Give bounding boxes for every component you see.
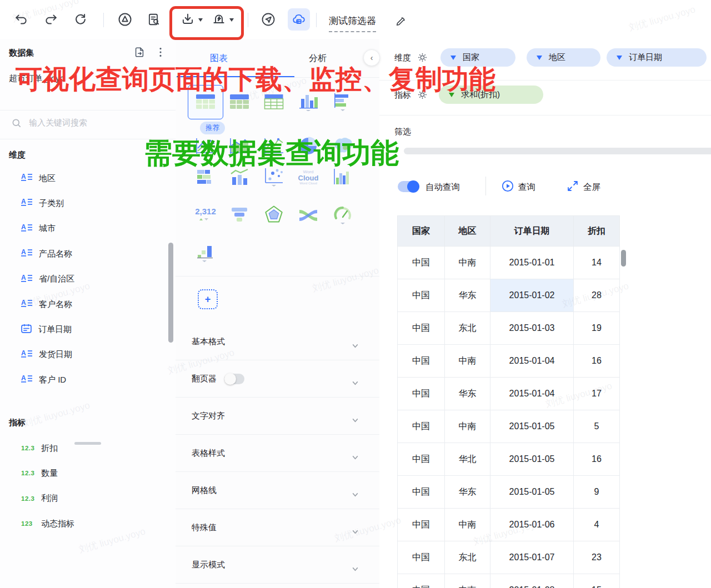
sidebar-scrollbar[interactable] bbox=[168, 243, 173, 343]
table-cell[interactable]: 16 bbox=[574, 443, 620, 476]
pager-toggle[interactable] bbox=[224, 374, 244, 384]
table-cell[interactable]: 2015-01-04 bbox=[490, 378, 574, 410]
chip-dropdown-icon[interactable] bbox=[617, 56, 622, 60]
compass-icon[interactable] bbox=[117, 12, 133, 27]
edit-title-icon[interactable] bbox=[393, 13, 409, 29]
dimension-chip[interactable]: 订单日期 bbox=[607, 48, 707, 67]
format-section-4[interactable]: 表格样式 bbox=[176, 435, 379, 472]
chip-dropdown-icon[interactable] bbox=[537, 56, 542, 60]
more-options-icon[interactable] bbox=[154, 46, 167, 61]
dimension-chip[interactable]: 地区 bbox=[527, 48, 600, 67]
table-cell[interactable]: 中国 bbox=[398, 509, 445, 541]
table-cell[interactable]: 5 bbox=[574, 410, 620, 443]
sidebar-dimension-item[interactable]: A省/自治区 bbox=[21, 271, 74, 288]
table-cell[interactable]: 14 bbox=[574, 247, 620, 279]
format-section-6[interactable]: 特殊值 bbox=[176, 509, 379, 546]
table-cell[interactable]: 2015-01-02 bbox=[490, 279, 574, 312]
table-cell[interactable]: 中南 bbox=[445, 574, 490, 588]
table-cell[interactable]: 中南 bbox=[445, 509, 490, 541]
table-cell[interactable]: 华东 bbox=[445, 378, 490, 410]
table-cell[interactable]: 2015-01-05 bbox=[490, 476, 574, 509]
table-cell[interactable]: 2015-01-05 bbox=[490, 443, 574, 476]
format-section-5[interactable]: 网格线 bbox=[176, 472, 379, 509]
table-cell[interactable]: 15 bbox=[574, 574, 620, 588]
chart-type-radar-icon[interactable] bbox=[262, 203, 286, 227]
table-cell[interactable]: 16 bbox=[574, 345, 620, 378]
auto-query-toggle[interactable] bbox=[398, 181, 419, 192]
table-cell[interactable]: 中国 bbox=[398, 541, 445, 574]
table-cell[interactable]: 中国 bbox=[398, 476, 445, 509]
format-section-3[interactable]: 文字对齐 bbox=[176, 398, 379, 435]
chart-type-kpi-icon[interactable]: 2,312 bbox=[193, 203, 218, 227]
table-cell[interactable]: 9 bbox=[574, 476, 620, 509]
table-cell[interactable]: 中国 bbox=[398, 247, 445, 279]
table-cell[interactable]: 4 bbox=[574, 509, 620, 541]
format-section-7[interactable]: 显示模式 bbox=[176, 546, 379, 584]
table-cell[interactable]: 东北 bbox=[445, 312, 490, 345]
table-cell[interactable]: 2015-01-03 bbox=[490, 312, 574, 345]
table-cell[interactable]: 中国 bbox=[398, 443, 445, 476]
table-cell[interactable]: 2015-01-08 bbox=[490, 574, 574, 588]
sidebar-dimension-item[interactable]: A城市 bbox=[21, 220, 56, 237]
table-cell[interactable]: 华东 bbox=[445, 279, 490, 312]
format-section-2[interactable]: 翻页器 bbox=[176, 360, 379, 398]
run-query-icon[interactable] bbox=[502, 180, 514, 194]
chart-type-progress-icon[interactable] bbox=[193, 241, 218, 265]
table-cell[interactable]: 2015-01-07 bbox=[490, 541, 574, 574]
chip-dropdown-icon[interactable] bbox=[450, 56, 456, 60]
table-header-cell[interactable]: 折扣 bbox=[574, 216, 620, 247]
dataset-cloud-button[interactable] bbox=[288, 8, 310, 31]
chart-type-sankey-icon[interactable] bbox=[296, 203, 321, 227]
table-cell[interactable]: 19 bbox=[574, 312, 620, 345]
table-cell[interactable]: 中国 bbox=[398, 574, 445, 588]
sidebar-dimension-item[interactable]: A产品名称 bbox=[21, 245, 72, 262]
table-cell[interactable]: 17 bbox=[574, 378, 620, 410]
table-cell[interactable]: 东北 bbox=[445, 541, 490, 574]
table-cell[interactable]: 28 bbox=[574, 279, 620, 312]
table-cell[interactable]: 华东 bbox=[445, 476, 490, 509]
format-section-1[interactable]: 基本格式 bbox=[176, 323, 379, 360]
table-cell[interactable]: 2015-01-05 bbox=[490, 410, 574, 443]
table-cell[interactable]: 中国 bbox=[398, 312, 445, 345]
sidebar-dimension-item[interactable]: 订单日期 bbox=[21, 321, 72, 338]
table-cell[interactable]: 中南 bbox=[445, 345, 490, 378]
table-cell[interactable]: 23 bbox=[574, 541, 620, 574]
sidebar-dimension-item[interactable]: A客户名称 bbox=[21, 296, 72, 313]
sidebar-measure-item[interactable]: 12.3折扣 bbox=[21, 440, 58, 456]
table-cell[interactable]: 2015-01-04 bbox=[490, 345, 574, 378]
report-title[interactable]: 测试筛选器 bbox=[329, 14, 376, 32]
table-cell[interactable]: 中国 bbox=[398, 279, 445, 312]
table-header-cell[interactable]: 订单日期 bbox=[490, 216, 574, 247]
redo-icon[interactable] bbox=[43, 12, 59, 27]
panel-drag-handle[interactable] bbox=[74, 442, 101, 445]
search-input[interactable] bbox=[28, 117, 158, 128]
table-scrollbar[interactable] bbox=[621, 250, 626, 267]
table-cell[interactable]: 中国 bbox=[398, 345, 445, 378]
refresh-icon[interactable] bbox=[73, 12, 88, 27]
sidebar-dimension-item[interactable]: A地区 bbox=[21, 170, 56, 187]
sidebar-measure-item[interactable]: 12.3数量 bbox=[21, 465, 58, 481]
sidebar-dimension-item[interactable]: A客户 ID bbox=[21, 371, 66, 388]
table-cell[interactable]: 中南 bbox=[445, 247, 490, 279]
chart-type-funnel-icon[interactable] bbox=[227, 203, 252, 227]
run-query-label[interactable]: 查询 bbox=[518, 182, 535, 193]
publish-icon[interactable] bbox=[261, 12, 276, 27]
sidebar-dimension-item[interactable]: A发货日期 bbox=[21, 346, 72, 363]
sidebar-measure-item[interactable]: 123动态指标 bbox=[21, 515, 74, 532]
add-chart-button[interactable]: + bbox=[198, 289, 218, 309]
switch-dataset-icon[interactable] bbox=[133, 46, 146, 61]
table-cell[interactable]: 中国 bbox=[398, 410, 445, 443]
undo-icon[interactable] bbox=[13, 12, 29, 27]
sidebar-dimension-item[interactable]: A子类别 bbox=[21, 195, 64, 212]
table-cell[interactable]: 2015-01-01 bbox=[490, 247, 574, 279]
sidebar-measure-item[interactable]: 12.3利润 bbox=[21, 490, 58, 507]
fullscreen-icon[interactable] bbox=[567, 180, 579, 194]
fullscreen-label[interactable]: 全屏 bbox=[583, 182, 600, 193]
table-header-cell[interactable]: 国家 bbox=[398, 216, 445, 247]
panel-resize-bar[interactable] bbox=[404, 148, 711, 154]
table-cell[interactable]: 2015-01-06 bbox=[490, 509, 574, 541]
chart-type-gauge-icon[interactable] bbox=[331, 203, 355, 227]
sql-view-icon[interactable] bbox=[146, 12, 162, 27]
table-header-cell[interactable]: 地区 bbox=[445, 216, 490, 247]
table-cell[interactable]: 中南 bbox=[445, 410, 490, 443]
